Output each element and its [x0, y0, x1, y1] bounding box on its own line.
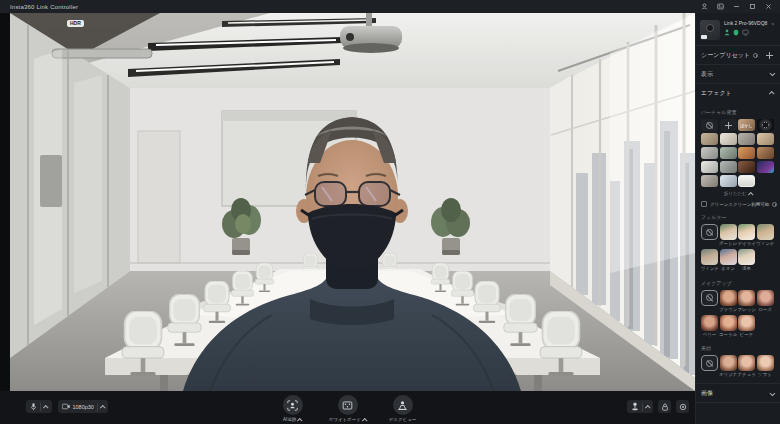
account-icon[interactable]: [701, 3, 708, 10]
filter-option[interactable]: ヴィンテ...: [757, 224, 774, 247]
filter-option[interactable]: ポートレ...: [720, 224, 737, 247]
minimize-icon[interactable]: [733, 3, 740, 10]
app-window: Insta360 Link Controller: [0, 0, 780, 424]
filter-grid: ポートレ... デイライト ヴィンテ... ヴィンテ... ネオン 淡色: [701, 224, 780, 273]
bg-add-tile[interactable]: [720, 119, 737, 131]
makeup-option[interactable]: ローズ: [757, 290, 774, 313]
filter-option[interactable]: 淡色: [738, 249, 755, 272]
target-icon: [679, 403, 687, 411]
none-icon: [706, 360, 713, 367]
chevron-up-icon: [645, 405, 650, 410]
virtual-bg-title: バーチャル背景: [701, 109, 780, 115]
makeup-option[interactable]: ピーチ: [738, 315, 755, 338]
beauty-label: ソフト: [756, 372, 774, 378]
makeup-grid: ブラウン フレッシュ ローズ ベリー コーラル ピーチ: [701, 290, 780, 339]
bg-thumbnail[interactable]: [701, 175, 718, 187]
device-name: Link 2 Pro-96VDQ8: [724, 20, 767, 26]
deskview-button[interactable]: デスクビュー: [382, 395, 424, 422]
bg-thumbnail-selected[interactable]: [738, 175, 755, 187]
filter-option[interactable]: ネオン: [720, 249, 737, 272]
bg-thumbnail[interactable]: [757, 161, 774, 173]
filter-label: 淡色: [738, 266, 756, 272]
chevron-down-icon: [769, 71, 774, 76]
lock-button[interactable]: [658, 400, 671, 413]
section-scene-preset[interactable]: シーンプリセット: [696, 45, 780, 64]
chevron-up-icon: [769, 92, 774, 97]
gimbal-control[interactable]: [627, 400, 654, 413]
window-title: Insta360 Link Controller: [10, 4, 78, 10]
info-icon: [772, 202, 777, 207]
blur-label: ぼかし: [738, 123, 755, 128]
camera-icon: [62, 403, 70, 410]
device-settings-gear-icon[interactable]: [771, 20, 775, 28]
makeup-option[interactable]: ベリー: [701, 315, 718, 338]
beauty-label: オリジナル: [719, 372, 737, 378]
filter-option[interactable]: ヴィンテ...: [701, 249, 718, 272]
collapse-link[interactable]: 折りたたむ: [696, 191, 780, 196]
close-icon[interactable]: [765, 3, 772, 10]
recenter-button[interactable]: [676, 400, 689, 413]
ai-tracking-button[interactable]: AI追跡: [272, 395, 314, 422]
beauty-option[interactable]: オリジナル: [720, 355, 737, 378]
add-preset-icon[interactable]: [766, 52, 773, 59]
device-card[interactable]: Link 2 Pro-96VDQ8: [696, 13, 780, 45]
device-lens: [706, 24, 714, 32]
filter-label: ネオン: [719, 266, 737, 272]
deskview-label: デスクビュー: [389, 417, 417, 422]
makeup-label: ベリー: [701, 332, 719, 338]
virtual-bg-grid: ぼかし: [701, 119, 780, 187]
bg-none-tile[interactable]: [701, 119, 718, 131]
beauty-option[interactable]: ナチュラル: [738, 355, 755, 378]
makeup-label: ピーチ: [738, 332, 756, 338]
effects-label: エフェクト: [701, 89, 732, 98]
makeup-option[interactable]: ブラウン: [720, 290, 737, 313]
none-icon: [706, 122, 713, 129]
greenscreen-checkbox[interactable]: [701, 201, 707, 207]
filter-none-tile[interactable]: [701, 224, 718, 240]
collapse-label: 折りたたむ: [724, 191, 747, 196]
bg-thumbnail[interactable]: [757, 147, 774, 159]
bg-thumbnail[interactable]: [738, 147, 755, 159]
layout-icon[interactable]: [717, 3, 724, 10]
bg-thumbnail[interactable]: [720, 133, 737, 145]
microphone-control[interactable]: [26, 400, 52, 413]
bg-thumbnail[interactable]: [757, 133, 774, 145]
bg-blur-tile[interactable]: ぼかし: [738, 119, 755, 131]
maximize-icon[interactable]: [749, 3, 756, 10]
makeup-none-tile[interactable]: [701, 290, 718, 306]
bg-thumbnail[interactable]: [701, 161, 718, 173]
bg-logo-tile[interactable]: [757, 119, 774, 131]
microphone-icon: [30, 403, 37, 411]
whiteboard-button[interactable]: ホワイトボード: [327, 395, 369, 422]
makeup-option[interactable]: コーラル: [720, 315, 737, 338]
bg-thumbnail[interactable]: [720, 161, 737, 173]
whiteboard-icon: [342, 400, 353, 411]
sidebar: Link 2 Pro-96VDQ8 シーンプリセット 表示 エフェクト バーチャ…: [695, 13, 780, 424]
section-display[interactable]: 表示: [696, 64, 780, 83]
image-label: 画像: [701, 389, 713, 398]
bg-thumbnail[interactable]: [720, 147, 737, 159]
bg-thumbnail[interactable]: [720, 175, 737, 187]
bg-thumbnail[interactable]: [701, 133, 718, 145]
resolution-control[interactable]: 1080p30: [58, 400, 109, 413]
ai-status-icon: [733, 29, 739, 36]
bg-thumbnail[interactable]: [701, 147, 718, 159]
whiteboard-label: ホワイトボード: [329, 417, 361, 422]
lock-icon: [661, 403, 669, 411]
chevron-up-icon: [748, 192, 753, 197]
section-effects[interactable]: エフェクト: [696, 83, 780, 102]
makeup-option[interactable]: フレッシュ: [738, 290, 755, 313]
greenscreen-row[interactable]: グリーンスクリーン利用可能: [701, 201, 780, 207]
beauty-option[interactable]: ソフト: [757, 355, 774, 378]
gimbal-status-icon: [724, 29, 730, 36]
filter-option[interactable]: デイライト: [738, 224, 755, 247]
chevron-up-icon: [362, 418, 367, 423]
info-icon: [753, 53, 758, 58]
section-image[interactable]: 画像: [696, 383, 780, 402]
monitor-status-icon: [742, 29, 749, 36]
bg-thumbnail[interactable]: [738, 133, 755, 145]
window-controls: [701, 3, 772, 10]
bg-thumbnail[interactable]: [738, 161, 755, 173]
beauty-none-tile[interactable]: [701, 355, 718, 371]
greenscreen-label: グリーンスクリーン利用可能: [710, 202, 769, 207]
